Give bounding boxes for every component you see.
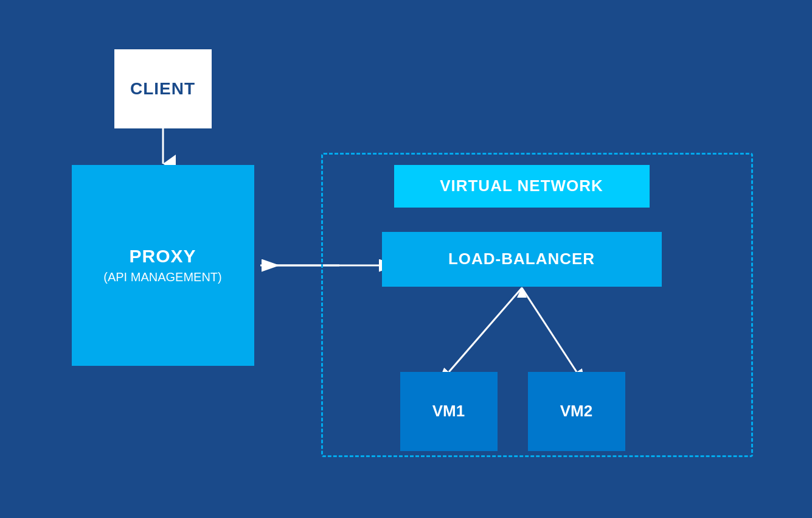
vm2-label: VM2 [560, 402, 592, 421]
client-box: CLIENT [114, 49, 212, 128]
vm2-box: VM2 [528, 372, 625, 451]
load-balancer-label: LOAD-BALANCER [448, 250, 595, 268]
proxy-sublabel: (API MANAGEMENT) [103, 270, 221, 284]
client-label: CLIENT [130, 79, 195, 99]
virtual-network-box: VIRTUAL NETWORK [394, 165, 650, 208]
load-balancer-box: LOAD-BALANCER [382, 232, 662, 287]
vm1-box: VM1 [400, 372, 498, 451]
vm1-label: VM1 [432, 402, 465, 421]
proxy-label: PROXY [129, 246, 196, 267]
virtual-network-label: VIRTUAL NETWORK [440, 177, 603, 195]
proxy-box: PROXY (API MANAGEMENT) [72, 165, 254, 366]
diagram-container: CLIENT PROXY (API MANAGEMENT) VIRTUAL NE… [41, 31, 771, 488]
